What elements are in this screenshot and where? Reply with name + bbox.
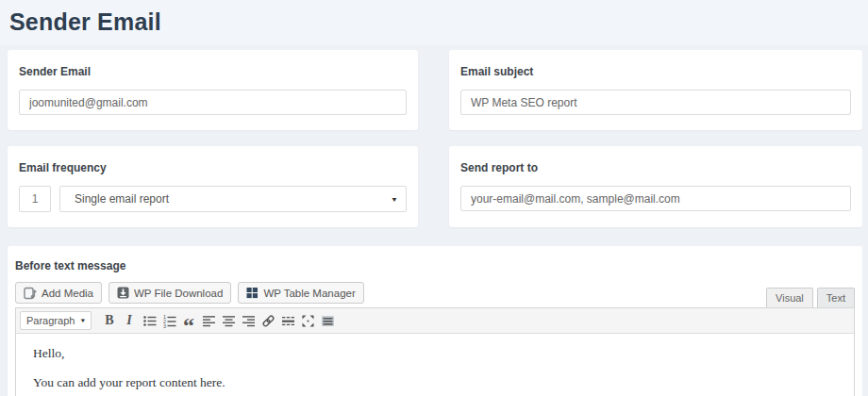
settings-cards-grid: Sender Email Email subject Email frequen… bbox=[8, 50, 862, 227]
page-title: Sender Email bbox=[9, 8, 859, 36]
settings-content: Sender Email Email subject Email frequen… bbox=[0, 45, 868, 396]
wp-table-manager-button[interactable]: WP Table Manager bbox=[238, 282, 363, 304]
toolbar-toggle-icon bbox=[321, 314, 335, 328]
email-subject-card: Email subject bbox=[449, 50, 862, 130]
blockquote-icon: “ bbox=[183, 321, 194, 330]
email-frequency-label: Email frequency bbox=[19, 161, 407, 174]
media-buttons-group: Add Media WP File Download bbox=[15, 282, 364, 304]
bulleted-list-icon bbox=[142, 314, 157, 328]
numbered-list-button[interactable]: 1 2 3 bbox=[159, 311, 178, 330]
fullscreen-button[interactable] bbox=[298, 311, 317, 330]
visual-editor: Paragraph ▾ B I bbox=[15, 307, 855, 396]
tab-text[interactable]: Text bbox=[817, 288, 855, 307]
insert-more-tag-button[interactable] bbox=[278, 311, 297, 330]
bulleted-list-button[interactable] bbox=[140, 311, 159, 330]
email-subject-label: Email subject bbox=[460, 65, 851, 78]
page-header: Sender Email bbox=[0, 0, 868, 45]
sender-email-input[interactable] bbox=[19, 90, 407, 115]
wp-file-download-button[interactable]: WP File Download bbox=[108, 282, 231, 304]
paragraph-format-select[interactable]: Paragraph ▾ bbox=[20, 311, 92, 330]
send-report-to-label: Send report to bbox=[460, 161, 851, 174]
media-note-icon bbox=[24, 287, 37, 300]
align-left-icon bbox=[202, 314, 216, 328]
editor-toolbar: Paragraph ▾ B I bbox=[16, 308, 854, 334]
wp-file-download-label: WP File Download bbox=[134, 288, 223, 299]
sender-email-label: Sender Email bbox=[19, 65, 407, 78]
editor-paragraph: You can add your report content here. bbox=[33, 375, 837, 390]
before-text-message-card: Before text message Add Media bbox=[8, 246, 862, 396]
send-report-to-card: Send report to bbox=[449, 146, 862, 227]
send-report-to-input[interactable] bbox=[460, 186, 851, 211]
svg-text:3: 3 bbox=[163, 323, 166, 328]
insert-more-tag-icon bbox=[281, 314, 295, 328]
editor-mode-tabs: Visual Text bbox=[766, 288, 855, 307]
download-icon bbox=[117, 287, 129, 299]
editor-content-area[interactable]: Hello, You can add your report content h… bbox=[16, 334, 854, 396]
sender-email-card: Sender Email bbox=[8, 50, 418, 130]
fullscreen-icon bbox=[301, 314, 315, 328]
add-media-button[interactable]: Add Media bbox=[15, 282, 102, 304]
italic-button[interactable]: I bbox=[120, 311, 139, 330]
blockquote-button[interactable]: “ bbox=[179, 311, 198, 330]
frequency-select[interactable]: Single email report ▾ bbox=[59, 186, 407, 212]
chevron-down-icon: ▾ bbox=[392, 195, 397, 204]
editor-paragraph: Hello, bbox=[33, 346, 837, 361]
add-media-label: Add Media bbox=[42, 288, 93, 299]
italic-icon: I bbox=[126, 313, 131, 328]
frequency-count-input[interactable] bbox=[19, 186, 51, 212]
email-subject-input[interactable] bbox=[460, 90, 851, 115]
format-select-value: Paragraph bbox=[26, 315, 75, 326]
tab-visual[interactable]: Visual bbox=[766, 288, 813, 307]
align-right-icon bbox=[242, 314, 256, 328]
align-center-button[interactable] bbox=[219, 311, 238, 330]
toolbar-toggle-button[interactable] bbox=[318, 311, 337, 330]
before-text-message-label: Before text message bbox=[15, 259, 855, 272]
frequency-selected-option: Single email report bbox=[75, 192, 169, 206]
editor-media-row: Add Media WP File Download bbox=[15, 282, 855, 307]
align-center-icon bbox=[222, 314, 236, 328]
email-frequency-card: Email frequency Single email report ▾ bbox=[8, 146, 418, 227]
align-left-button[interactable] bbox=[199, 311, 218, 330]
wp-table-manager-label: WP Table Manager bbox=[263, 288, 355, 299]
table-grid-icon bbox=[246, 287, 259, 299]
insert-link-button[interactable] bbox=[259, 311, 277, 330]
link-icon bbox=[261, 314, 275, 328]
bold-button[interactable]: B bbox=[100, 311, 119, 330]
align-right-button[interactable] bbox=[239, 311, 258, 330]
chevron-down-icon: ▾ bbox=[81, 317, 85, 324]
bold-icon: B bbox=[105, 313, 113, 328]
numbered-list-icon: 1 2 3 bbox=[162, 314, 176, 328]
